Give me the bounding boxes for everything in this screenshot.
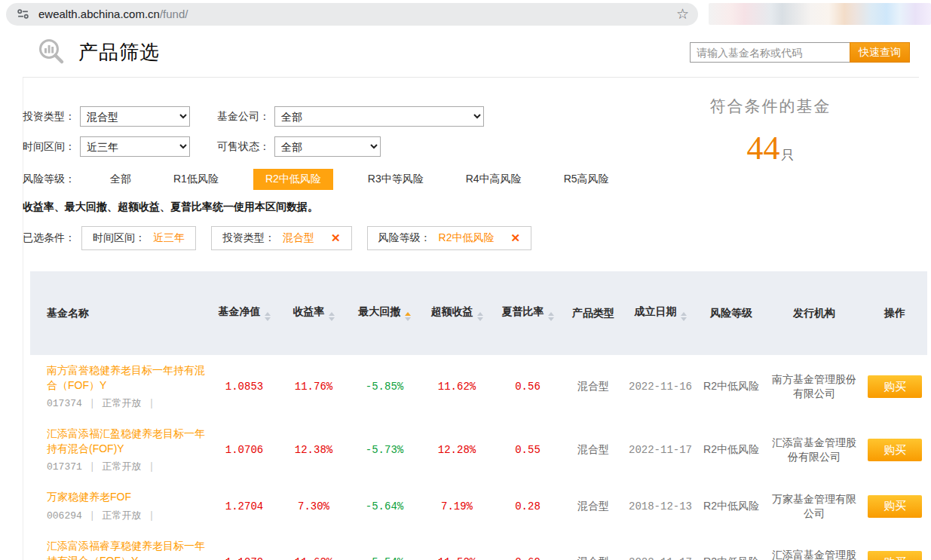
- action-cell: 购买: [862, 482, 927, 531]
- product-type-cell: 混合型: [562, 418, 624, 482]
- sale-status-label: 可售状态：: [217, 140, 270, 154]
- fund-name-link[interactable]: 汇添富添福汇盈稳健养老目标一年持有混合(FOF)Y: [47, 427, 208, 456]
- fund-table-row: 万家稳健养老FOF 006294｜正常开放｜ 1.2704 7.30% -5.6…: [30, 482, 927, 531]
- fund-code: 006294: [47, 510, 82, 522]
- column-header-return[interactable]: 收益率: [279, 271, 348, 355]
- column-header-issuer: 发行机构: [766, 271, 862, 355]
- column-header-label: 超额收益: [431, 305, 473, 317]
- sort-icon[interactable]: [477, 312, 483, 321]
- risk-option-all[interactable]: 全部: [103, 169, 139, 190]
- product-type-cell: 混合型: [562, 355, 624, 418]
- column-header-label: 夏普比率: [502, 305, 544, 317]
- column-header-label: 收益率: [293, 305, 325, 317]
- url-bar[interactable]: ewealth.abchina.com.cn/fund/ ☆: [6, 3, 698, 26]
- column-header-label: 成立日期: [635, 305, 677, 317]
- fund-status: 正常开放: [103, 510, 142, 521]
- magnifier-chart-icon: [36, 36, 68, 69]
- interval-data-note: 收益率、最大回撤、超额收益、夏普比率统一使用本区间数据。: [23, 200, 919, 214]
- buy-button[interactable]: 购买: [868, 551, 922, 560]
- fund-table-body: 南方富誉稳健养老目标一年持有混合（FOF）Y 017374｜正常开放｜ 1.08…: [30, 355, 927, 560]
- sort-icon[interactable]: [265, 312, 271, 321]
- risk-level-label: 风险等级：: [23, 173, 75, 186]
- fund-company-select[interactable]: 全部: [274, 106, 484, 127]
- fund-name-cell: 万家稳健养老FOF 006294｜正常开放｜: [30, 482, 210, 531]
- sharpe-cell: 0.28: [493, 482, 562, 531]
- column-header-risk: 风险等级: [697, 271, 766, 355]
- meta-separator: ｜: [147, 461, 157, 472]
- inception-date-cell: 2022-11-16: [624, 355, 697, 418]
- fund-table-row: 汇添富添福汇盈稳健养老目标一年持有混合(FOF)Y 017371｜正常开放｜ 1…: [30, 418, 927, 482]
- time-range-select[interactable]: 近三年: [80, 136, 190, 157]
- action-cell: 购买: [862, 418, 927, 482]
- sort-icon[interactable]: [548, 312, 554, 321]
- fund-name-link[interactable]: 汇添富添福睿享稳健养老目标一年持有混合（FOF）Y: [47, 539, 208, 560]
- risk-option-r4[interactable]: R4中高风险: [458, 169, 529, 190]
- selected-conditions-row: 已选条件： 时间区间：近三年投资类型：混合型✕风险等级：R2中低风险✕: [23, 226, 919, 250]
- invest-type-select[interactable]: 混合型: [80, 106, 190, 127]
- remove-condition-icon[interactable]: ✕: [510, 231, 520, 245]
- fund-company-label: 基金公司：: [217, 110, 270, 124]
- buy-button[interactable]: 购买: [868, 495, 922, 518]
- column-header-date[interactable]: 成立日期: [624, 271, 697, 355]
- fund-status: 正常开放: [103, 461, 142, 472]
- fund-name-link[interactable]: 南方富誉稳健养老目标一年持有混合（FOF）Y: [47, 363, 208, 393]
- sort-icon[interactable]: [329, 312, 335, 321]
- time-range-label: 时间区间：: [23, 140, 75, 154]
- return-cell: 12.38%: [279, 418, 348, 482]
- buy-button[interactable]: 购买: [868, 375, 922, 398]
- search-area: 快速查询: [690, 42, 910, 63]
- return-cell: 7.30%: [279, 482, 348, 531]
- bookmark-star-icon[interactable]: ☆: [676, 7, 689, 21]
- condition-chip-2: 风险等级：R2中低风险✕: [367, 226, 531, 250]
- column-header-label: 基金净值: [219, 305, 261, 317]
- nav-cell: 1.1070: [210, 531, 279, 560]
- issuer-cell: 南方基金管理股份有限公司: [766, 355, 862, 418]
- excess-return-cell: 11.62%: [421, 355, 493, 418]
- search-input[interactable]: [690, 42, 850, 63]
- risk-option-r3[interactable]: R3中等风险: [360, 169, 431, 190]
- risk-level-cell: R2中低风险: [697, 482, 766, 531]
- url-text[interactable]: ewealth.abchina.com.cn/fund/: [38, 8, 676, 20]
- column-header-name: 基金名称: [30, 271, 210, 355]
- sort-icon[interactable]: [681, 312, 687, 321]
- issuer-cell: 万家基金管理有限公司: [766, 482, 862, 531]
- risk-level-cell: R2中低风险: [697, 355, 766, 418]
- inception-date-cell: 2022-11-17: [624, 531, 697, 560]
- column-header-drawdown[interactable]: 最大回撤: [348, 271, 421, 355]
- quick-search-button[interactable]: 快速查询: [850, 42, 910, 63]
- meta-separator: ｜: [87, 461, 97, 472]
- column-header-excess[interactable]: 超额收益: [421, 271, 493, 355]
- browser-toolbar: ewealth.abchina.com.cn/fund/ ☆: [0, 0, 931, 28]
- drawdown-cell: -5.64%: [348, 482, 421, 531]
- fund-name-cell: 南方富誉稳健养老目标一年持有混合（FOF）Y 017374｜正常开放｜: [30, 355, 210, 418]
- fund-table-wrap: 基金名称基金净值收益率最大回撤超额收益夏普比率产品类型成立日期风险等级发行机构操…: [30, 271, 919, 560]
- sort-icon[interactable]: [405, 312, 411, 321]
- column-header-label: 最大回撤: [359, 305, 401, 317]
- nav-cell: 1.0706: [210, 418, 279, 482]
- return-cell: 11.76%: [279, 355, 348, 418]
- fund-meta: 017371｜正常开放｜: [47, 460, 208, 473]
- fund-name-link[interactable]: 万家稳健养老FOF: [47, 490, 208, 505]
- risk-option-r2[interactable]: R2中低风险: [253, 169, 333, 190]
- fund-status: 正常开放: [103, 397, 142, 409]
- filter-content: 投资类型： 混合型 基金公司： 全部 时间区间： 近三年 可售状态： 全部 风险…: [23, 78, 919, 560]
- column-header-action: 操作: [862, 271, 927, 355]
- excess-return-cell: 7.19%: [421, 482, 493, 531]
- condition-chip-label: 投资类型：: [222, 231, 275, 245]
- invest-type-label: 投资类型：: [23, 110, 75, 124]
- sharpe-cell: 0.56: [493, 355, 562, 418]
- buy-button[interactable]: 购买: [868, 439, 922, 461]
- column-header-nav[interactable]: 基金净值: [210, 271, 279, 355]
- risk-option-r1[interactable]: R1低风险: [166, 169, 226, 190]
- condition-chip-1: 投资类型：混合型✕: [211, 226, 352, 250]
- column-header-label: 风险等级: [710, 307, 752, 319]
- column-header-sharpe[interactable]: 夏普比率: [493, 271, 562, 355]
- fund-meta: 006294｜正常开放｜: [47, 509, 208, 522]
- return-cell: 11.62%: [279, 531, 348, 560]
- condition-chip-0: 时间区间：近三年: [81, 226, 196, 250]
- remove-condition-icon[interactable]: ✕: [331, 231, 341, 245]
- sale-status-select[interactable]: 全部: [274, 136, 381, 157]
- nav-cell: 1.0853: [210, 355, 279, 418]
- site-settings-icon[interactable]: [17, 8, 29, 20]
- risk-option-r5[interactable]: R5高风险: [556, 169, 617, 190]
